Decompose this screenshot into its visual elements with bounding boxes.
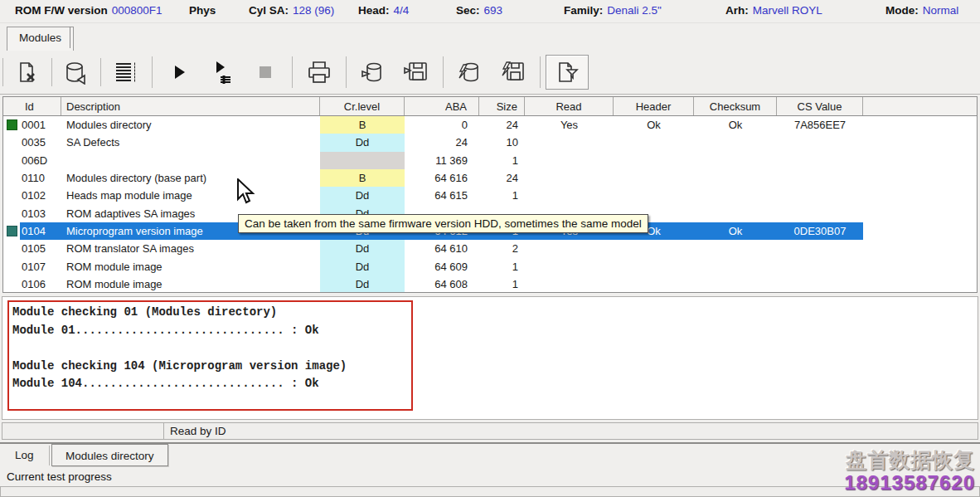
status-cell-read-mode: Read by ID: [164, 422, 978, 440]
toolbar-separator: [540, 56, 541, 88]
col-header-cs-value[interactable]: CS Value: [777, 97, 863, 115]
cell-filler: [863, 275, 977, 293]
arh-field: Arh:Marvell ROYL: [725, 4, 822, 17]
table-row[interactable]: 0110 Modules directory (base part) B 64 …: [3, 169, 977, 187]
row-marker: [3, 240, 20, 257]
cell-cs-value: [777, 152, 863, 169]
col-header-size[interactable]: Size: [479, 97, 525, 115]
cell-crlevel: B: [320, 116, 405, 134]
col-header-checksum[interactable]: Checksum: [694, 97, 777, 115]
cell-size: 2: [479, 240, 525, 257]
info-bar: ROM F/W version000800F1 Phys Cyl SA:128 …: [0, 0, 980, 23]
cell-checksum: [694, 152, 777, 169]
row-marker: [3, 152, 20, 169]
row-marker: [3, 275, 20, 293]
cell-read: [525, 240, 614, 257]
cyl-sa-field: Cyl SA:128 (96): [249, 4, 334, 17]
quick-save-database-button[interactable]: [492, 55, 535, 90]
row-marker: [3, 134, 20, 151]
stop-test-icon: [258, 65, 273, 80]
cell-checksum: [694, 257, 777, 275]
start-test-sequence-icon: [210, 60, 235, 85]
col-header-description[interactable]: Description: [61, 97, 320, 115]
table-row[interactable]: 0001 Modules directory B 0 24 Yes Ok Ok …: [3, 116, 977, 134]
cell-crlevel: Dd: [320, 187, 405, 204]
table-row[interactable]: 0105 ROM translator SA images Dd 64 610 …: [3, 240, 977, 257]
cell-crlevel: Dd: [320, 257, 405, 275]
cell-header: [614, 240, 694, 257]
cell-filler: [863, 240, 977, 257]
cell-size: 1: [479, 187, 525, 204]
col-header-header[interactable]: Header: [614, 97, 694, 115]
table-row[interactable]: 0035 SA Defects Dd 24 10: [3, 134, 977, 151]
cell-header: [614, 257, 694, 275]
table-row[interactable]: 0107 ROM module image Dd 64 609 1: [3, 257, 977, 275]
cell-description: [61, 152, 320, 169]
report-list-button[interactable]: [104, 55, 147, 90]
table-row[interactable]: 0102 Heads map module image Dd 64 615 1: [3, 187, 977, 204]
load-from-database-button[interactable]: [352, 55, 395, 90]
col-header-crlevel[interactable]: Cr.level: [320, 97, 405, 115]
cell-crlevel: Dd: [320, 240, 405, 257]
row-marker: [3, 257, 20, 275]
cell-checksum: Ok: [694, 116, 777, 134]
head-label: Head:: [358, 4, 390, 17]
modules-table: Id Description Cr.level ABA Size Read He…: [2, 96, 978, 293]
cell-id: 0035: [3, 134, 61, 151]
clear-document-icon: [15, 60, 40, 85]
arh-label: Arh:: [725, 4, 749, 17]
mouse-cursor: [235, 178, 257, 209]
cell-crlevel: Dd: [320, 275, 405, 293]
tab-modules[interactable]: Modules: [7, 27, 74, 51]
cell-size: 1: [479, 257, 525, 275]
toolbar-separator: [443, 56, 444, 88]
cell-filler: [863, 169, 977, 187]
table-header: Id Description Cr.level ABA Size Read He…: [3, 97, 977, 116]
start-test-button[interactable]: [158, 55, 201, 90]
cell-crlevel: B: [320, 169, 405, 187]
cell-filler: [863, 222, 977, 240]
tab-log[interactable]: Log: [7, 446, 50, 465]
current-test-progress-label: Current test progress: [7, 470, 112, 483]
main-tabstrip: Modules: [0, 23, 980, 51]
cell-description: ROM module image: [61, 275, 320, 293]
sec-field: Sec:693: [456, 4, 502, 17]
save-to-database-icon: [403, 60, 429, 85]
cell-filler: [863, 204, 977, 222]
cell-size: 24: [479, 116, 525, 134]
cell-checksum: Ok: [694, 222, 777, 240]
table-row[interactable]: 0106 ROM module image Dd 64 608 1: [3, 275, 977, 293]
cell-read: [525, 275, 614, 293]
database-export-button[interactable]: [55, 55, 98, 90]
cell-cs-value: [777, 275, 863, 293]
cell-id: 0001: [3, 116, 61, 134]
start-test-sequence-button[interactable]: [201, 55, 244, 90]
status-cell-empty: [2, 422, 164, 440]
cell-aba: 24: [405, 134, 479, 151]
mode-field: Mode:Normal: [885, 4, 958, 17]
save-to-database-button[interactable]: [395, 55, 438, 90]
cell-cs-value: [777, 204, 863, 222]
cell-id: 0106: [3, 275, 61, 293]
table-row[interactable]: 006D 11 369 1: [3, 152, 977, 169]
cell-filler: [863, 152, 977, 169]
rom-fw-version-label: ROM F/W version: [15, 4, 108, 17]
rom-fw-version-value: 000800F1: [112, 4, 163, 17]
clear-document-button[interactable]: [6, 55, 49, 90]
cell-id: 0102: [3, 187, 61, 204]
col-header-read[interactable]: Read: [525, 97, 614, 115]
cell-checksum: [694, 204, 777, 222]
progress-bar: [0, 486, 980, 497]
print-icon: [306, 60, 332, 85]
toolbar: [0, 51, 980, 95]
col-header-id[interactable]: Id: [3, 97, 61, 115]
stop-test-button[interactable]: [244, 55, 287, 90]
cell-size: 24: [479, 169, 525, 187]
print-button[interactable]: [298, 55, 341, 90]
watermark: 盘首数据恢复 18913587620: [844, 449, 975, 494]
filter-document-button[interactable]: [546, 55, 589, 90]
mode-value: Normal: [923, 4, 959, 17]
col-header-aba[interactable]: ABA: [405, 97, 479, 115]
quick-load-database-button[interactable]: [449, 55, 492, 90]
tab-modules-directory[interactable]: Modules directory: [51, 444, 168, 466]
